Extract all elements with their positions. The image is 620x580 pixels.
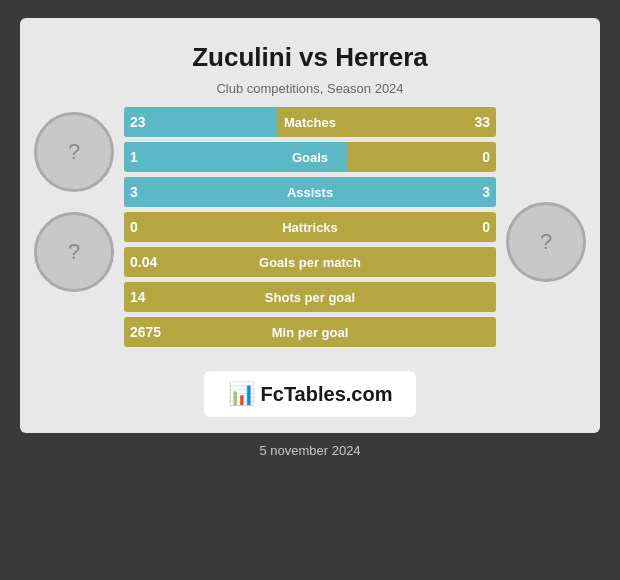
stat-hattricks: 0 Hattricks 0 xyxy=(124,212,496,242)
date-text: 5 november 2024 xyxy=(259,443,360,458)
stat-min-per-goal: 2675 Min per goal xyxy=(124,317,496,347)
logo-icon: 📊 xyxy=(228,381,255,407)
logo-area: 📊 FcTables.com xyxy=(204,371,417,417)
stat-goals-per-match: 0.04 Goals per match xyxy=(124,247,496,277)
page-title: Zuculini vs Herrera xyxy=(30,32,590,75)
stat-goals: 1 Goals 0 xyxy=(124,142,496,172)
subtitle: Club competitions, Season 2024 xyxy=(216,81,403,96)
stat-assists: 3 Assists 3 xyxy=(124,177,496,207)
avatar-right-1: ? xyxy=(506,202,586,282)
stat-shots-per-goal: 14 Shots per goal xyxy=(124,282,496,312)
avatar-left-2: ? xyxy=(34,212,114,292)
avatar-left-1: ? xyxy=(34,112,114,192)
stat-matches: 23 Matches 33 xyxy=(124,107,496,137)
logo-text: FcTables.com xyxy=(261,383,393,406)
card: Zuculini vs Herrera Club competitions, S… xyxy=(0,0,620,580)
